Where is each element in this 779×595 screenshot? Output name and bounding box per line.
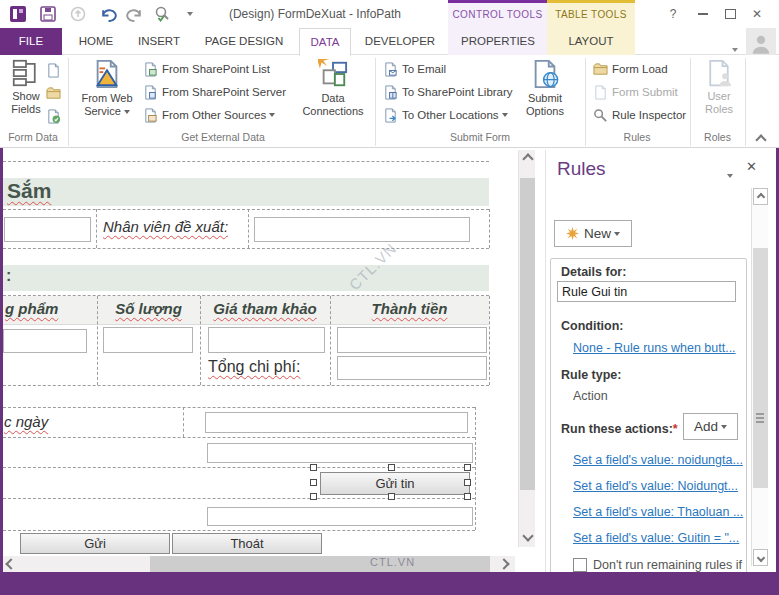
- row-border: [3, 498, 475, 499]
- form-title-band[interactable]: Sắm: [3, 178, 489, 206]
- design-checker-icon[interactable]: [152, 4, 172, 24]
- tab-insert[interactable]: INSERT: [131, 28, 187, 55]
- show-fields-button[interactable]: Show Fields: [4, 57, 48, 115]
- selection-handle[interactable]: [310, 479, 317, 486]
- pane-scrollbar[interactable]: [751, 188, 768, 566]
- horizontal-scroll-thumb[interactable]: [150, 556, 490, 572]
- stop-rules-checkbox[interactable]: [573, 558, 587, 572]
- product-field[interactable]: [3, 329, 87, 353]
- section2-band[interactable]: :: [3, 265, 489, 291]
- pane-close-button[interactable]: ✕: [746, 159, 757, 174]
- account-avatar[interactable]: [746, 28, 776, 55]
- data-connections-button[interactable]: Data Connections: [300, 57, 366, 117]
- pane-options-caret[interactable]: [724, 166, 733, 184]
- undo-icon[interactable]: [98, 4, 118, 24]
- rule-name-input[interactable]: [557, 281, 736, 302]
- control-tools-strip: [448, 0, 547, 3]
- from-sharepoint-list-button[interactable]: From SharePoint List: [143, 60, 270, 78]
- row-border: [3, 437, 475, 438]
- selection-handle[interactable]: [464, 493, 471, 500]
- get-external-data-group-label: Get External Data: [143, 131, 303, 143]
- add-action-button[interactable]: Add: [683, 413, 738, 440]
- verify-form-button[interactable]: [46, 107, 65, 125]
- required-asterisk: *: [673, 422, 678, 436]
- save-icon[interactable]: [38, 4, 58, 24]
- from-web-service-button[interactable]: From Web Service: [76, 57, 138, 117]
- note-field[interactable]: [207, 443, 473, 463]
- default-values-button[interactable]: [46, 84, 65, 102]
- control-tools-header[interactable]: CONTROL TOOLS: [448, 0, 547, 28]
- to-sharepoint-library-button[interactable]: To SharePoint Library: [383, 83, 513, 101]
- maximize-button[interactable]: [719, 5, 741, 23]
- form-submit-button: Form Submit: [593, 83, 678, 101]
- cell-border: [183, 407, 184, 437]
- tab-properties[interactable]: PROPERTIES: [454, 28, 542, 55]
- scroll-down-arrow[interactable]: [524, 532, 532, 540]
- tab-layout[interactable]: LAYOUT: [552, 28, 630, 55]
- to-other-locations-icon: [383, 108, 398, 123]
- send-message-button[interactable]: Gửi tin: [320, 472, 470, 495]
- add-action-caret: [721, 425, 727, 429]
- selection-handle[interactable]: [310, 464, 317, 471]
- tab-developer[interactable]: DEVELOPER: [358, 28, 442, 55]
- comment-field[interactable]: [207, 507, 473, 526]
- selection-handle[interactable]: [464, 464, 471, 471]
- cell-border: [96, 209, 97, 248]
- exit-label: Thoát: [230, 536, 263, 551]
- submit-options-button[interactable]: Submit Options: [514, 57, 576, 117]
- close-button[interactable]: ✕: [746, 5, 768, 23]
- tab-file[interactable]: FILE: [0, 28, 62, 55]
- form-load-button[interactable]: Form Load: [593, 60, 668, 78]
- scroll-left-arrow[interactable]: [7, 560, 15, 568]
- condition-link[interactable]: None - Rule runs when butt...: [573, 341, 736, 355]
- col-header-total[interactable]: Thành tiền: [330, 300, 489, 317]
- table-tools-header[interactable]: TABLE TOOLS: [547, 0, 635, 28]
- proposer-value-field[interactable]: [254, 217, 470, 242]
- form-design-surface[interactable]: Sắm Nhân viên đề xuất: : g phẩm Số lượng…: [3, 148, 515, 556]
- from-other-sources-button[interactable]: From Other Sources: [143, 106, 275, 124]
- help-button[interactable]: ?: [662, 5, 684, 23]
- exit-button[interactable]: Thoát: [172, 533, 322, 554]
- action-link[interactable]: Set a field's value: Guitin = "...: [573, 531, 739, 545]
- refresh-fields-button[interactable]: [46, 61, 65, 79]
- action-link[interactable]: Set a field's value: noidungta...: [573, 453, 743, 467]
- to-other-locations-button[interactable]: To Other Locations: [383, 106, 508, 124]
- to-email-button[interactable]: To Email: [383, 60, 446, 78]
- infopath-app-icon[interactable]: [8, 4, 28, 24]
- send-button[interactable]: Gửi: [20, 533, 170, 554]
- minimize-button[interactable]: [692, 5, 714, 23]
- pane-scroll-thumb[interactable]: [753, 248, 768, 488]
- proposer-name-field[interactable]: [4, 217, 91, 242]
- selection-handle[interactable]: [464, 479, 471, 486]
- col-header-quantity[interactable]: Số lượng: [97, 300, 200, 317]
- tab-home[interactable]: HOME: [70, 28, 122, 55]
- selection-handle[interactable]: [310, 493, 317, 500]
- form-submit-icon: [593, 85, 608, 100]
- quantity-field[interactable]: [103, 327, 193, 353]
- selection-handle[interactable]: [388, 464, 395, 471]
- action-link[interactable]: Set a field's value: Noidungt...: [573, 479, 738, 493]
- horizontal-scrollbar[interactable]: [3, 556, 515, 572]
- vertical-scroll-thumb[interactable]: [520, 178, 535, 490]
- from-sharepoint-server-button[interactable]: From SharePoint Server: [143, 83, 286, 101]
- redo-icon[interactable]: [124, 4, 144, 24]
- grand-total-field[interactable]: [337, 356, 487, 380]
- new-rule-button[interactable]: New: [554, 220, 632, 247]
- cell-border: [475, 407, 476, 530]
- pane-scroll-up[interactable]: [753, 188, 768, 205]
- line-total-field[interactable]: [337, 327, 487, 353]
- ref-price-field[interactable]: [208, 327, 325, 353]
- tab-page-design[interactable]: PAGE DESIGN: [196, 28, 292, 55]
- col-header-ref-price[interactable]: Giá tham khảo: [200, 300, 330, 317]
- selection-handle[interactable]: [388, 493, 395, 500]
- rule-inspector-button[interactable]: Rule Inspector: [593, 106, 686, 124]
- date-field[interactable]: [205, 412, 468, 433]
- scroll-up-arrow[interactable]: [524, 155, 532, 163]
- collapse-ribbon-button[interactable]: [757, 130, 765, 148]
- pane-scroll-down[interactable]: [753, 549, 768, 566]
- action-link[interactable]: Set a field's value: Thaoluan ...: [573, 505, 743, 519]
- tab-data[interactable]: DATA: [299, 28, 351, 56]
- col-header-product[interactable]: g phẩm: [3, 300, 97, 317]
- scroll-right-arrow[interactable]: [500, 560, 508, 568]
- vertical-scrollbar[interactable]: [518, 150, 535, 547]
